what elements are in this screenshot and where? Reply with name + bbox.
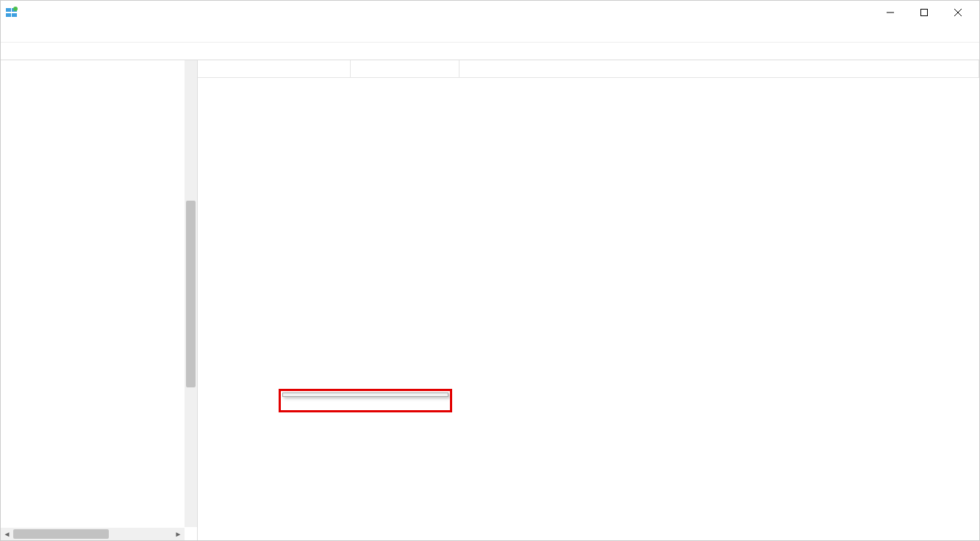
- values-pane: [198, 60, 979, 540]
- body: ◄ ►: [1, 60, 979, 540]
- menu-file[interactable]: [4, 32, 15, 35]
- menu-help[interactable]: [51, 32, 62, 35]
- tree-horizontal-scrollbar[interactable]: ◄ ►: [1, 528, 185, 540]
- column-name[interactable]: [198, 60, 351, 77]
- values-header: [198, 60, 979, 78]
- regedit-icon: [5, 6, 18, 19]
- scroll-left-arrow[interactable]: ◄: [1, 528, 13, 540]
- svg-rect-2: [6, 13, 11, 17]
- scrollbar-thumb[interactable]: [186, 201, 196, 387]
- values-list[interactable]: [198, 78, 979, 540]
- scroll-right-arrow[interactable]: ►: [172, 528, 185, 540]
- maximize-button[interactable]: [907, 1, 941, 24]
- menu-favorites[interactable]: [39, 32, 51, 35]
- svg-rect-6: [921, 10, 928, 16]
- minimize-button[interactable]: [873, 1, 907, 24]
- tree-vertical-scrollbar[interactable]: [185, 60, 197, 527]
- menu-view[interactable]: [27, 32, 39, 35]
- column-data[interactable]: [459, 60, 979, 77]
- column-type[interactable]: [351, 60, 459, 77]
- scrollbar-thumb-h[interactable]: [13, 529, 109, 539]
- close-button[interactable]: [941, 1, 975, 24]
- svg-rect-0: [6, 8, 11, 12]
- window-controls: [873, 1, 975, 24]
- menu-edit[interactable]: [15, 32, 27, 35]
- window: ◄ ►: [0, 0, 980, 541]
- titlebar: [1, 1, 979, 24]
- svg-point-4: [13, 7, 18, 11]
- context-menu: [282, 393, 448, 397]
- tree-pane: ◄ ►: [1, 60, 198, 540]
- svg-rect-3: [12, 13, 17, 17]
- address-bar[interactable]: [1, 42, 979, 60]
- registry-tree[interactable]: [1, 60, 197, 66]
- menubar: [1, 24, 979, 42]
